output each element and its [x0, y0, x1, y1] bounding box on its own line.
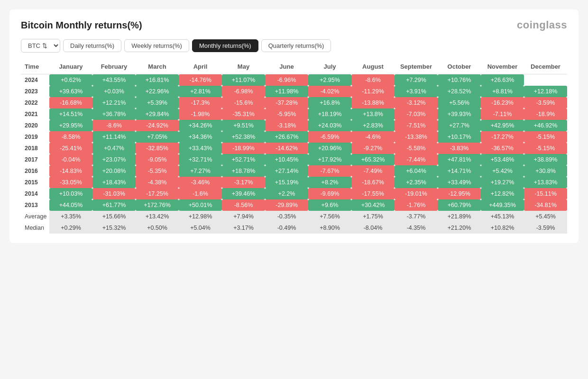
value-cell: +33.43% — [179, 143, 222, 154]
value-cell: +13.8% — [351, 108, 395, 120]
col-march: March — [136, 59, 179, 74]
value-cell: -7.67% — [308, 165, 351, 177]
value-cell: -16.68% — [49, 97, 92, 108]
value-cell: +2.95% — [308, 74, 351, 86]
value-cell: +23.07% — [92, 154, 136, 165]
table-row: 2014+10.03%-31.03%-17.25%-1.6%+39.46%+2.… — [21, 188, 567, 199]
value-cell: -6.98% — [222, 86, 265, 97]
value-cell: -6.96% — [265, 74, 308, 86]
value-cell: -15.11% — [524, 188, 567, 199]
value-cell: -4.6% — [351, 131, 395, 143]
value-cell: +30.8% — [524, 165, 567, 177]
value-cell: -33.05% — [49, 177, 92, 188]
value-cell: +34.36% — [179, 131, 222, 143]
median-cell: +10.82% — [481, 222, 524, 234]
value-cell: -18.67% — [351, 177, 395, 188]
value-cell: -37.28% — [265, 97, 308, 108]
value-cell: +27.7% — [438, 120, 481, 131]
value-cell: -16.23% — [481, 97, 524, 108]
year-cell: 2019 — [21, 131, 49, 143]
value-cell: -18.9% — [524, 108, 567, 120]
col-july: July — [308, 59, 351, 74]
value-cell: -34.81% — [524, 199, 567, 211]
value-cell: +15.19% — [265, 177, 308, 188]
value-cell: -5.95% — [265, 108, 308, 120]
value-cell: +29.95% — [49, 120, 92, 131]
value-cell: -3.12% — [395, 97, 438, 108]
year-cell: 2020 — [21, 120, 49, 131]
value-cell: +2.83% — [351, 120, 395, 131]
quarterly-returns-button[interactable]: Quarterly returns(%) — [261, 39, 331, 52]
value-cell: -3.17% — [222, 177, 265, 188]
value-cell: +52.71% — [222, 154, 265, 165]
value-cell: +8.2% — [308, 177, 351, 188]
col-june: June — [265, 59, 308, 74]
average-cell: +7.94% — [222, 211, 265, 222]
year-cell: 2021 — [21, 108, 49, 120]
weekly-returns-button[interactable]: Weekly returns(%) — [124, 39, 189, 52]
value-cell: -6.59% — [308, 131, 351, 143]
col-january: January — [49, 59, 92, 74]
value-cell: +44.05% — [49, 199, 92, 211]
value-cell: -1.6% — [179, 188, 222, 199]
year-cell: 2015 — [21, 177, 49, 188]
table-row: 2016-14.83%+20.08%-5.35%+7.27%+18.78%+27… — [21, 165, 567, 177]
value-cell: -25.41% — [49, 143, 92, 154]
value-cell: -4.02% — [308, 86, 351, 97]
value-cell: -36.57% — [481, 143, 524, 154]
value-cell: +47.81% — [438, 154, 481, 165]
value-cell: -9.05% — [136, 154, 179, 165]
col-october: October — [438, 59, 481, 74]
average-cell: -3.77% — [395, 211, 438, 222]
value-cell: -8.6% — [92, 120, 136, 131]
value-cell: -7.51% — [395, 120, 438, 131]
median-cell: +21.20% — [438, 222, 481, 234]
value-cell: +61.77% — [92, 199, 136, 211]
table-header-row: Time January February March April May Ju… — [21, 59, 567, 74]
value-cell: +0.03% — [92, 86, 136, 97]
value-cell: +5.42% — [481, 165, 524, 177]
median-cell: -4.35% — [395, 222, 438, 234]
value-cell: +8.81% — [481, 86, 524, 97]
year-cell: 2022 — [21, 97, 49, 108]
value-cell: +26.67% — [265, 131, 308, 143]
header: Bitcoin Monthly returns(%) coinglass — [21, 19, 567, 31]
table-row: 2024+0.62%+43.55%+16.81%-14.76%+11.07%-6… — [21, 74, 567, 86]
asset-selector[interactable]: BTC ⇅ — [21, 39, 60, 53]
value-cell: +449.35% — [481, 199, 524, 211]
daily-returns-button[interactable]: Daily returns(%) — [63, 39, 121, 52]
value-cell: -35.31% — [222, 108, 265, 120]
average-cell: +21.89% — [438, 211, 481, 222]
col-december: December — [524, 59, 567, 74]
value-cell: +39.93% — [438, 108, 481, 120]
value-cell: +17.92% — [308, 154, 351, 165]
col-august: August — [351, 59, 395, 74]
average-cell: +12.98% — [179, 211, 222, 222]
median-cell: +3.17% — [222, 222, 265, 234]
value-cell: -14.83% — [49, 165, 92, 177]
toolbar: BTC ⇅ Daily returns(%) Weekly returns(%)… — [21, 39, 567, 53]
monthly-returns-button[interactable]: Monthly returns(%) — [192, 39, 258, 52]
median-cell: -8.04% — [351, 222, 395, 234]
value-cell: +33.49% — [438, 177, 481, 188]
value-cell: -8.58% — [49, 131, 92, 143]
average-cell: +1.75% — [351, 211, 395, 222]
table-row: 2019-8.58%+11.14%+7.05%+34.36%+52.38%+26… — [21, 131, 567, 143]
year-cell: 2024 — [21, 74, 49, 86]
brand-logo: coinglass — [517, 19, 567, 31]
median-cell: -3.59% — [524, 222, 567, 234]
value-cell: +18.19% — [308, 108, 351, 120]
value-cell: +50.01% — [179, 199, 222, 211]
value-cell: -32.85% — [136, 143, 179, 154]
value-cell: +39.63% — [49, 86, 92, 97]
median-cell: +0.50% — [136, 222, 179, 234]
median-cell: +5.04% — [179, 222, 222, 234]
value-cell: +53.48% — [481, 154, 524, 165]
year-cell: 2023 — [21, 86, 49, 97]
value-cell: +10.45% — [265, 154, 308, 165]
value-cell: +14.71% — [438, 165, 481, 177]
table-row: 2021+14.51%+36.78%+29.84%-1.98%-35.31%-5… — [21, 108, 567, 120]
col-may: May — [222, 59, 265, 74]
value-cell: -3.59% — [524, 97, 567, 108]
table-row: 2022-16.68%+12.21%+5.39%-17.3%-15.6%-37.… — [21, 97, 567, 108]
